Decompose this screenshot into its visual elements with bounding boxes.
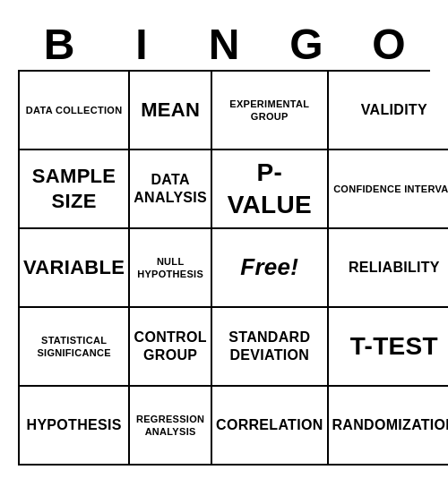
bingo-cell-12[interactable]: Free! <box>212 229 328 308</box>
bingo-cell-3[interactable]: VALIDITY <box>329 72 448 150</box>
bingo-cell-21[interactable]: REGRESSION ANALYSIS <box>130 387 212 466</box>
bingo-cell-16[interactable]: CONTROL GROUP <box>130 308 212 387</box>
cell-text-12: Free! <box>240 252 298 283</box>
bingo-cell-13[interactable]: RELIABILITY <box>329 229 448 308</box>
bingo-letter-o: O <box>348 21 430 69</box>
bingo-cell-8[interactable]: CONFIDENCE INTERVAL <box>329 150 448 229</box>
cell-text-1: MEAN <box>141 98 200 124</box>
bingo-cell-2[interactable]: EXPERIMENTAL GROUP <box>212 72 328 150</box>
cell-text-16: CONTROL GROUP <box>134 329 207 366</box>
bingo-cell-23[interactable]: RANDOMIZATION <box>329 387 448 466</box>
cell-text-23: RANDOMIZATION <box>332 416 448 435</box>
cell-text-10: VARIABLE <box>23 255 125 281</box>
cell-text-8: CONFIDENCE INTERVAL <box>333 183 448 195</box>
cell-text-3: VALIDITY <box>361 101 427 120</box>
cell-text-2: EXPERIMENTAL GROUP <box>216 98 323 124</box>
bingo-cell-22[interactable]: CORRELATION <box>212 387 328 466</box>
bingo-cell-18[interactable]: T-TEST <box>329 308 448 387</box>
cell-text-21: REGRESSION ANALYSIS <box>134 413 207 439</box>
bingo-letter-b: B <box>18 21 100 69</box>
bingo-cell-20[interactable]: HYPOTHESIS <box>20 387 130 466</box>
cell-text-15: STATISTICAL SIGNIFICANCE <box>23 334 125 360</box>
bingo-cell-5[interactable]: SAMPLE SIZE <box>20 150 130 229</box>
bingo-card: BINGO DATA COLLECTIONMEANEXPERIMENTAL GR… <box>9 13 439 475</box>
cell-text-13: RELIABILITY <box>349 259 440 278</box>
bingo-letter-g: G <box>265 21 348 69</box>
cell-text-18: T-TEST <box>350 330 438 363</box>
cell-text-5: SAMPLE SIZE <box>23 164 125 215</box>
bingo-cell-17[interactable]: STANDARD DEVIATION <box>212 308 328 387</box>
cell-text-6: DATA ANALYSIS <box>134 171 207 209</box>
bingo-header: BINGO <box>18 21 430 69</box>
bingo-cell-6[interactable]: DATA ANALYSIS <box>130 150 212 229</box>
bingo-grid: DATA COLLECTIONMEANEXPERIMENTAL GROUPVAL… <box>18 70 430 466</box>
cell-text-22: CORRELATION <box>216 416 323 435</box>
bingo-cell-0[interactable]: DATA COLLECTION <box>20 72 130 150</box>
bingo-letter-i: I <box>100 21 183 69</box>
bingo-letter-n: N <box>183 21 265 69</box>
cell-text-20: HYPOTHESIS <box>27 416 122 435</box>
bingo-cell-1[interactable]: MEAN <box>130 72 212 150</box>
cell-text-7: P-VALUE <box>216 157 323 222</box>
bingo-cell-11[interactable]: NULL HYPOTHESIS <box>130 229 212 308</box>
bingo-cell-15[interactable]: STATISTICAL SIGNIFICANCE <box>20 308 130 387</box>
cell-text-17: STANDARD DEVIATION <box>216 329 323 366</box>
bingo-cell-10[interactable]: VARIABLE <box>20 229 130 308</box>
cell-text-11: NULL HYPOTHESIS <box>134 255 207 281</box>
bingo-cell-7[interactable]: P-VALUE <box>212 150 328 229</box>
cell-text-0: DATA COLLECTION <box>26 104 123 116</box>
